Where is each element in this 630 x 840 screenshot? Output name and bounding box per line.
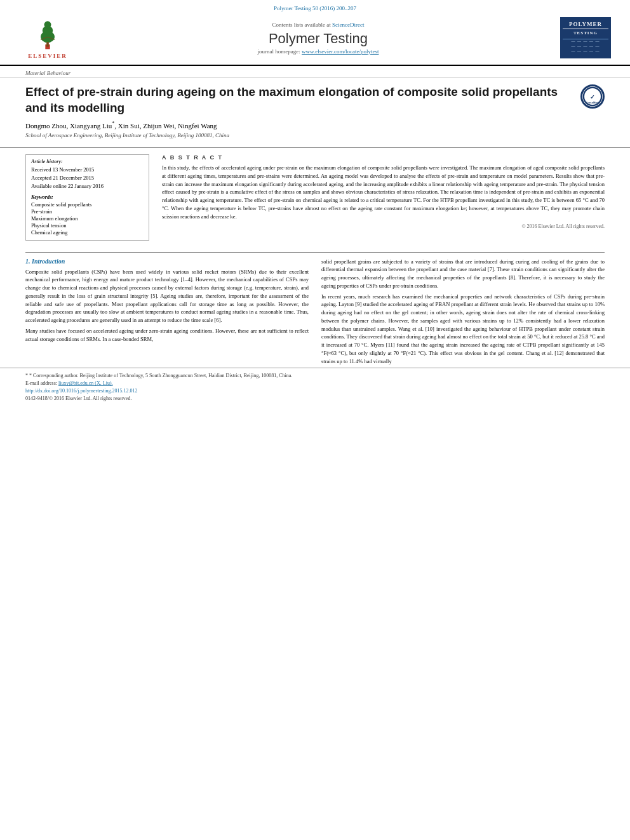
svg-text:✓: ✓ xyxy=(590,93,595,100)
keyword-3: Maximum elongation xyxy=(31,215,144,222)
footnote-corresponding: * Corresponding author. Beijing Institut… xyxy=(29,373,292,378)
authors-line: Dongmo Zhou, Xiangyang Liu*, Xin Sui, Zh… xyxy=(25,121,605,130)
available-online-date: Available online 22 January 2016 xyxy=(31,183,144,190)
author-rest: , Xin Sui, Zhijun Wei, Ningfei Wang xyxy=(114,122,217,130)
article-info-abstract-section: Article history: Received 13 November 20… xyxy=(0,147,630,247)
journal-logo-title: POLYMER xyxy=(563,21,608,29)
elsevier-brand-label: ELSEVIER xyxy=(28,53,67,59)
section-label: Material Behaviour xyxy=(0,65,630,78)
body-left-column: 1. Introduction Composite solid propella… xyxy=(25,258,309,368)
intro-paragraph-1: Composite solid propellants (CSPs) have … xyxy=(25,268,309,324)
journal-title: Polymer Testing xyxy=(76,30,560,47)
elsevier-tree-icon xyxy=(29,17,67,51)
svg-text:CrossMark: CrossMark xyxy=(586,101,600,104)
these-word: these xyxy=(238,328,248,334)
body-columns: 1. Introduction Composite solid propella… xyxy=(0,253,630,368)
keyword-2: Pre-strain xyxy=(31,208,144,215)
article-history-title: Article history: xyxy=(31,159,144,164)
crossmark-svg: ✓ CrossMark xyxy=(582,86,603,107)
footnote-email-label: E-mail address: xyxy=(25,380,57,386)
doi-url[interactable]: http://dx.doi.org/10.1016/j.polymertesti… xyxy=(25,388,138,394)
journal-center: Contents lists available at ScienceDirec… xyxy=(76,22,560,55)
svg-point-3 xyxy=(44,21,51,28)
right-paragraph-2: In recent years, much research has exami… xyxy=(321,293,605,366)
accepted-date: Accepted 21 December 2015 xyxy=(31,175,144,182)
issn-line: 0142-9418/© 2016 Elsevier Ltd. All right… xyxy=(25,395,605,403)
keywords-title: Keywords: xyxy=(31,194,144,200)
footnote-star-line: * * Corresponding author. Beijing Instit… xyxy=(25,372,605,380)
journal-ref: Polymer Testing 50 (2016) 200–207 xyxy=(13,5,617,11)
contents-line: Contents lists available at ScienceDirec… xyxy=(76,22,560,28)
affiliation: School of Aerospace Engineering, Beijing… xyxy=(25,132,605,138)
footnote-email-link[interactable]: liuxy@bit.edu.cn (X. Liu). xyxy=(58,380,113,386)
journal-logo-box: POLYMER TESTING — — — — — — — — — — — — … xyxy=(560,17,611,58)
keyword-1: Composite solid propellants xyxy=(31,201,144,208)
journal-header: Polymer Testing 50 (2016) 200–207 ELSEVI… xyxy=(0,0,630,65)
footnote-email-line: E-mail address: liuxy@bit.edu.cn (X. Liu… xyxy=(25,380,605,387)
homepage-url[interactable]: www.elsevier.com/locate/polytest xyxy=(302,48,379,55)
journal-header-inner: ELSEVIER Contents lists available at Sci… xyxy=(13,14,617,62)
copyright-line: © 2016 Elsevier Ltd. All rights reserved… xyxy=(162,223,605,229)
abstract-section: A B S T R A C T In this study, the effec… xyxy=(162,154,605,229)
abstract-column: A B S T R A C T In this study, the effec… xyxy=(162,154,605,247)
sciencedirect-link[interactable]: ScienceDirect xyxy=(332,22,364,28)
doi-line: http://dx.doi.org/10.1016/j.polymertesti… xyxy=(25,387,605,395)
footnote-area: * * Corresponding author. Beijing Instit… xyxy=(0,368,630,406)
article-title: Effect of pre-strain during ageing on th… xyxy=(25,84,574,116)
abstract-title: A B S T R A C T xyxy=(162,154,605,161)
page: Polymer Testing 50 (2016) 200–207 ELSEVI… xyxy=(0,0,630,840)
crossmark-icon: ✓ CrossMark xyxy=(580,84,605,109)
article-header: Effect of pre-strain during ageing on th… xyxy=(0,78,630,147)
elsevier-logo: ELSEVIER xyxy=(19,17,76,59)
keyword-4: Physical tension xyxy=(31,222,144,229)
keyword-5: Chemical ageing xyxy=(31,229,144,236)
homepage-line: journal homepage: www.elsevier.com/locat… xyxy=(76,48,560,55)
left-column: Article history: Received 13 November 20… xyxy=(25,154,149,247)
author-dongmo: Dongmo Zhou, Xiangyang Liu xyxy=(25,122,112,130)
crossmark: ✓ CrossMark xyxy=(580,84,605,109)
abstract-text: In this study, the effects of accelerate… xyxy=(162,164,605,220)
intro-paragraph-2: Many studies have focused on accelerated… xyxy=(25,327,309,343)
svg-rect-4 xyxy=(46,42,49,46)
body-right-column: solid propellant grains are subjected to… xyxy=(321,258,605,368)
article-info-box: Article history: Received 13 November 20… xyxy=(25,154,149,241)
right-paragraph-1: solid propellant grains are subjected to… xyxy=(321,258,605,290)
section-1-heading: 1. Introduction xyxy=(25,258,309,265)
journal-logo-subtitle: TESTING xyxy=(563,30,608,36)
received-date: Received 13 November 2015 xyxy=(31,166,144,174)
